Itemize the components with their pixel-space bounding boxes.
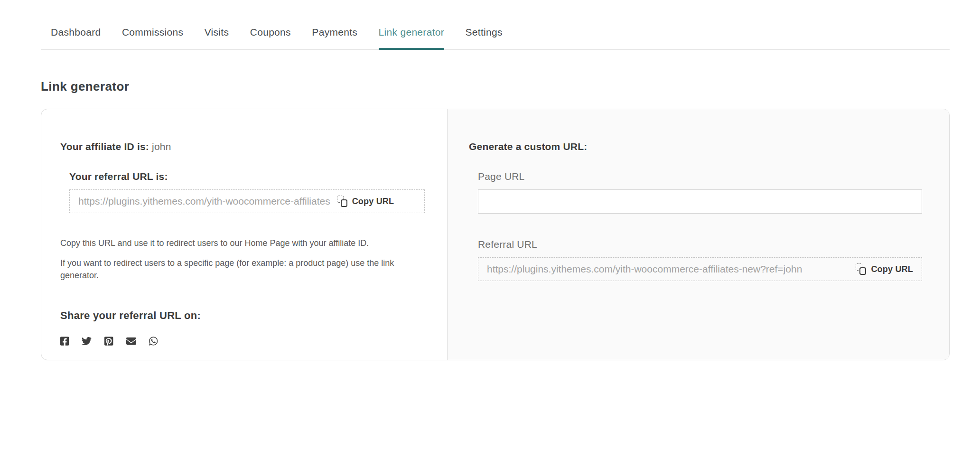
page-content: Dashboard Commissions Visits Coupons Pay… [41,27,950,360]
social-share-row [60,336,428,346]
twitter-icon[interactable] [82,336,92,346]
referral-help-text-1: Copy this URL and use it to redirect use… [60,237,419,249]
copy-url-button[interactable]: Copy URL [337,196,394,207]
generated-referral-url-box: https://plugins.yithemes.com/yith-woocom… [478,257,922,281]
page-url-input[interactable] [478,189,922,214]
tab-visits[interactable]: Visits [205,27,229,50]
affiliate-id-value: john [152,141,171,152]
tab-dashboard[interactable]: Dashboard [51,27,101,50]
tab-payments[interactable]: Payments [312,27,357,50]
tab-coupons[interactable]: Coupons [250,27,291,50]
referral-url-block: Your referral URL is: https://plugins.yi… [69,171,428,213]
tab-commissions[interactable]: Commissions [122,27,183,50]
referral-info-panel: Your affiliate ID is: john Your referral… [41,109,447,360]
facebook-icon[interactable] [60,336,69,346]
custom-url-panel: Generate a custom URL: Page URL Referral… [447,109,949,360]
generated-referral-url-field: Referral URL https://plugins.yithemes.co… [478,239,922,281]
referral-url-label: Your referral URL is: [69,171,428,182]
copy-generated-url-button[interactable]: Copy URL [856,263,913,275]
tab-settings[interactable]: Settings [466,27,503,50]
referral-url-box: https://plugins.yithemes.com/yith-woocom… [69,189,425,213]
page-title: Link generator [41,79,950,94]
affiliate-id-label: Your affiliate ID is: [60,141,149,152]
copy-icon [337,196,347,207]
email-icon[interactable] [126,336,136,346]
tab-link-generator[interactable]: Link generator [379,27,444,50]
referral-help-text-2: If you want to redirect users to a speci… [60,257,419,282]
pinterest-icon[interactable] [104,336,113,346]
page-url-label: Page URL [478,171,922,182]
generated-referral-url-label: Referral URL [478,239,922,250]
share-heading: Share your referral URL on: [60,310,428,322]
generated-referral-url-text: https://plugins.yithemes.com/yith-woocom… [487,263,802,275]
tab-bar: Dashboard Commissions Visits Coupons Pay… [41,27,950,50]
copy-generated-url-button-label: Copy URL [871,264,913,274]
page-url-field: Page URL [478,171,922,214]
whatsapp-icon[interactable] [149,336,158,346]
copy-icon [856,263,866,275]
copy-url-button-label: Copy URL [352,197,394,207]
affiliate-id-line: Your affiliate ID is: john [60,141,428,152]
link-generator-card: Your affiliate ID is: john Your referral… [41,109,950,360]
referral-url-text: https://plugins.yithemes.com/yith-woocom… [78,196,330,207]
custom-url-heading: Generate a custom URL: [469,141,922,152]
